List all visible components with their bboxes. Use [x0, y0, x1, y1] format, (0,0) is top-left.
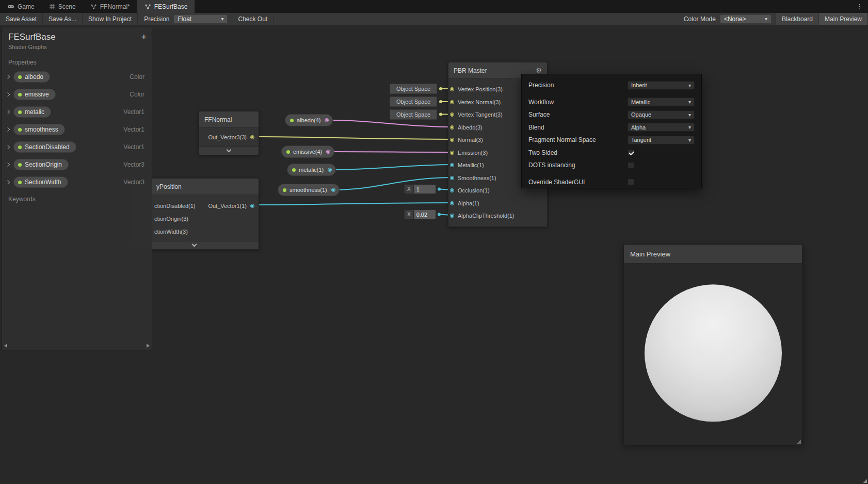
chevron-right-icon[interactable] — [6, 180, 10, 184]
dots-instancing-checkbox[interactable] — [628, 162, 634, 169]
object-space-node-3[interactable]: Object Space — [390, 109, 437, 120]
chevron-right-icon[interactable] — [6, 110, 10, 114]
chevron-right-icon[interactable] — [6, 145, 10, 149]
objectspace1-out-port[interactable] — [439, 87, 442, 90]
input-port-dot[interactable] — [450, 151, 454, 155]
alphaclip-inline-field[interactable]: X 0.02 — [404, 209, 436, 219]
tab-fesurfbase[interactable]: FESurfBase — [137, 0, 195, 13]
property-node-emissive[interactable]: emissive(4) — [281, 146, 334, 158]
tab-game[interactable]: Game — [0, 0, 42, 13]
scroll-right-arrow[interactable] — [147, 344, 150, 348]
tab-label: Scene — [58, 3, 76, 10]
tab-overflow-menu-icon[interactable]: ⋮ — [851, 0, 868, 13]
object-space-node-2[interactable]: Object Space — [390, 96, 437, 107]
chevron-right-icon[interactable] — [6, 75, 10, 79]
field-value[interactable]: 0.02 — [413, 210, 436, 219]
input-port-dot[interactable] — [450, 176, 454, 180]
object-space-node-1[interactable]: Object Space — [390, 84, 437, 94]
field-value[interactable]: 1 — [413, 185, 436, 193]
dropdown-value: Metallic — [631, 99, 650, 105]
node-ffnormal[interactable]: FFNormal Out_Vector3(3) — [199, 111, 259, 155]
property-row-smoothness[interactable]: smoothness Vector1 — [2, 121, 152, 138]
occlusion-inline-field[interactable]: X 1 — [404, 184, 436, 194]
add-property-button[interactable]: + — [141, 33, 147, 42]
save-as-button[interactable]: Save As... — [43, 13, 83, 25]
property-row-albedo[interactable]: albedo Color — [2, 68, 152, 86]
output-port-dot[interactable] — [250, 204, 254, 208]
property-name: albedo — [25, 73, 43, 80]
setting-label: Two Sided — [528, 149, 628, 156]
property-row-sectionwidth[interactable]: SectionWidth Vector3 — [2, 173, 152, 191]
wire-ffnormal-to-normal[interactable] — [253, 137, 452, 139]
port-alpha[interactable]: Alpha(1) — [448, 197, 547, 210]
input-port-dot[interactable] — [450, 138, 454, 142]
pbr-settings-popup: Precision Inherit Workflow Metallic Surf… — [521, 74, 702, 188]
input-port-dot[interactable] — [450, 201, 454, 205]
input-port-dot[interactable] — [450, 214, 454, 218]
setting-label: Fragment Normal Space — [528, 136, 628, 143]
blackboard-toggle-button[interactable]: Blackboard — [776, 13, 819, 25]
property-row-sectiondisabled[interactable]: SectionDisabled Vector1 — [2, 138, 152, 156]
precision-dropdown[interactable]: Float — [173, 14, 228, 24]
window-resize-grip[interactable] — [862, 479, 867, 483]
field2-out-port[interactable] — [438, 213, 441, 216]
property-row-metalic[interactable]: metalic Vector1 — [2, 103, 152, 121]
show-in-project-button[interactable]: Show In Project — [83, 13, 138, 25]
input-port-dot[interactable] — [450, 188, 454, 192]
chevron-right-icon[interactable] — [6, 163, 10, 167]
input-port-dot[interactable] — [450, 125, 454, 130]
fragment-normal-space-dropdown[interactable]: Tangent — [628, 136, 695, 144]
port-out-vector3[interactable]: Out_Vector3(3) — [199, 131, 259, 143]
exposed-dot-icon — [283, 188, 286, 192]
output-port-dot[interactable] — [328, 168, 332, 172]
field1-out-port[interactable] — [438, 188, 441, 191]
color-mode-dropdown[interactable]: <None> — [720, 14, 771, 24]
setting-fragment-normal-space: Fragment Normal Space Tangent — [522, 134, 701, 147]
output-port-dot[interactable] — [326, 150, 330, 154]
port-label: Out_Vector1(1) — [208, 203, 247, 209]
scroll-left-arrow[interactable] — [4, 344, 7, 348]
property-row-sectionorigin[interactable]: SectionOrigin Vector3 — [2, 156, 152, 173]
preview-resize-grip[interactable] — [797, 440, 801, 444]
main-preview-header[interactable]: Main Preview — [624, 245, 802, 264]
setting-label: DOTS instancing — [528, 162, 628, 169]
output-port-dot[interactable] — [250, 135, 254, 139]
wire-emissive-to-emission[interactable] — [333, 152, 452, 152]
tab-ffnormal[interactable]: FFNormal* — [83, 0, 137, 13]
save-asset-button[interactable]: Save Asset — [0, 13, 43, 25]
blend-setting-dropdown[interactable]: Alpha — [628, 123, 695, 132]
precision-setting-dropdown[interactable]: Inherit — [628, 81, 695, 90]
tab-scene[interactable]: Scene — [42, 0, 83, 13]
main-preview-viewport[interactable] — [624, 264, 802, 445]
wire-yposition-to-alpha[interactable] — [253, 203, 452, 205]
property-node-metalic[interactable]: metalic(1) — [287, 164, 336, 176]
input-port-dot[interactable] — [450, 112, 454, 117]
property-name: SectionOrigin — [25, 161, 62, 168]
check-out-button[interactable]: Check Out — [232, 13, 274, 25]
output-port-dot[interactable] — [325, 118, 329, 122]
objectspace3-out-port[interactable] — [439, 113, 442, 116]
main-preview-toggle-button[interactable]: Main Preview — [819, 13, 868, 25]
two-sided-checkbox[interactable] — [628, 149, 634, 156]
node-ffnormal-header[interactable]: FFNormal — [199, 111, 259, 128]
port-out-vector1[interactable]: Out_Vector1(1) — [208, 203, 259, 209]
output-port-dot[interactable] — [331, 188, 335, 192]
objectspace2-out-port[interactable] — [439, 100, 442, 103]
input-port-dot[interactable] — [450, 87, 454, 91]
property-row-emissive[interactable]: emissive Color — [2, 86, 152, 103]
gear-icon[interactable]: ⚙ — [536, 67, 542, 74]
wire-albedo-to-albedo[interactable] — [333, 120, 452, 127]
chevron-right-icon[interactable] — [6, 127, 10, 132]
property-node-albedo[interactable]: albedo(4) — [285, 114, 333, 126]
node-collapse-bar[interactable] — [199, 147, 259, 155]
port-alphaclipthreshold[interactable]: AlphaClipThreshold(1) — [448, 209, 547, 222]
surface-setting-dropdown[interactable]: Opaque — [628, 110, 695, 119]
input-port-dot[interactable] — [450, 163, 454, 167]
wire-metalic-to-metallic[interactable] — [333, 165, 452, 170]
property-node-smoothness[interactable]: smoothness(1) — [278, 184, 340, 196]
override-shadergui-checkbox[interactable] — [628, 179, 634, 185]
workflow-setting-dropdown[interactable]: Metallic — [628, 98, 695, 106]
port-label: Occlusion(1) — [458, 187, 490, 193]
chevron-right-icon[interactable] — [6, 92, 10, 96]
input-port-dot[interactable] — [450, 100, 454, 104]
